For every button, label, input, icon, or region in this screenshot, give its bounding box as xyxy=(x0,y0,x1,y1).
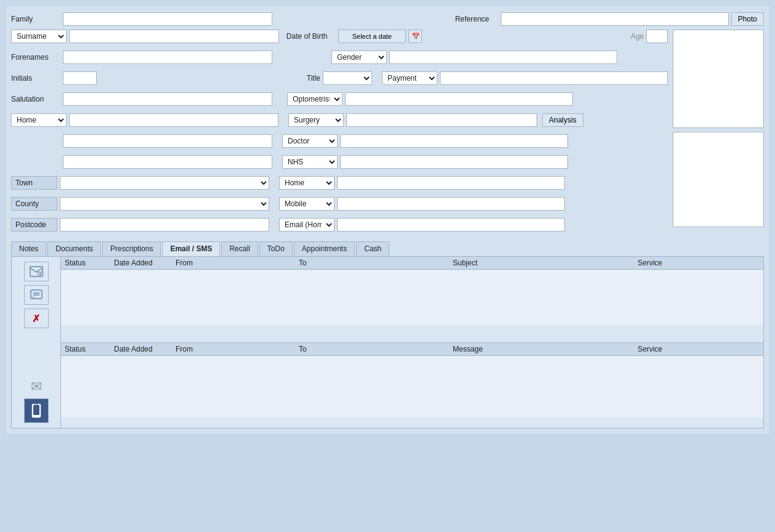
surname-select[interactable]: Surname Title Forename xyxy=(11,30,67,43)
optometrist-select[interactable]: Optometrist xyxy=(287,92,343,106)
tab-recall[interactable]: Recall xyxy=(221,241,258,256)
title-select[interactable]: Mr Mrs Miss Dr xyxy=(323,71,372,85)
tab-notes[interactable]: Notes xyxy=(11,241,46,256)
analysis-box xyxy=(673,132,764,227)
sms-header-status: Status xyxy=(65,345,114,353)
surname-input[interactable] xyxy=(69,30,279,43)
tab-prescriptions[interactable]: Prescriptions xyxy=(102,241,161,256)
compose-sms-btn[interactable] xyxy=(24,285,49,305)
tab-content: ✗ ✉ xyxy=(11,256,764,429)
address2-row: Doctor xyxy=(11,134,668,148)
email-header-status: Status xyxy=(65,259,114,267)
sms-section: Status Date Added From To Message Servic… xyxy=(61,343,763,429)
optometrist-detail-input[interactable] xyxy=(345,92,573,106)
date-select-btn[interactable]: Select a date xyxy=(338,30,406,43)
town-select[interactable] xyxy=(60,176,269,190)
sms-header-service: Service xyxy=(638,345,712,353)
forenames-input[interactable] xyxy=(63,50,272,64)
tab-email-sms[interactable]: Email / SMS xyxy=(162,241,220,256)
address3-input[interactable] xyxy=(63,155,272,169)
salutation-label: Salutation xyxy=(11,95,60,103)
tab-cash[interactable]: Cash xyxy=(356,241,389,256)
tab-appointments[interactable]: Appointments xyxy=(294,241,355,256)
nhs-detail-input[interactable] xyxy=(340,155,568,169)
svg-rect-11 xyxy=(34,405,38,405)
initials-label: Initials xyxy=(11,74,60,83)
family-input[interactable] xyxy=(63,12,272,26)
address2-input[interactable] xyxy=(63,134,272,148)
family-label: Family xyxy=(11,15,60,23)
county-label: County xyxy=(11,197,57,211)
svg-rect-4 xyxy=(31,290,42,299)
age-input[interactable] xyxy=(646,30,668,43)
mobile-select[interactable]: Mobile xyxy=(279,197,335,211)
payment-detail-input[interactable] xyxy=(440,71,668,85)
doctor-detail-input[interactable] xyxy=(340,134,568,148)
email-section: Status Date Added From To Subject Servic… xyxy=(61,257,763,343)
photo-box xyxy=(673,30,764,128)
email-header-service: Service xyxy=(638,259,712,267)
reference-input[interactable] xyxy=(501,12,729,26)
family-row: Family Reference Photo xyxy=(11,12,764,26)
surgery-select[interactable]: Surgery xyxy=(288,113,344,127)
tab-sidebar: ✗ ✉ xyxy=(12,257,61,428)
tabs-bar: Notes Documents Prescriptions Email / SM… xyxy=(11,241,764,256)
email-table-header: Status Date Added From To Subject Servic… xyxy=(61,257,763,270)
salutation-row: Salutation Optometrist xyxy=(11,92,668,106)
tab-todo[interactable]: ToDo xyxy=(259,241,293,256)
sms-header-message: Message xyxy=(453,345,638,353)
dob-label: Date of Birth xyxy=(286,32,336,41)
doctor-select[interactable]: Doctor xyxy=(282,134,338,148)
svg-rect-9 xyxy=(33,405,39,415)
address1-input[interactable] xyxy=(69,113,278,127)
sms-table-body xyxy=(61,356,763,417)
payment-select[interactable]: Payment xyxy=(382,71,437,85)
initials-row: Initials Title Mr Mrs Miss Dr Payment xyxy=(11,71,668,85)
title-label: Title xyxy=(307,74,320,83)
nhs-select[interactable]: NHS xyxy=(282,155,338,169)
town-label: Town xyxy=(11,176,57,190)
gender-detail-input[interactable] xyxy=(389,50,617,64)
forenames-row: Forenames Gender Male Female xyxy=(11,50,668,64)
delete-btn[interactable]: ✗ xyxy=(24,308,49,328)
salutation-input[interactable] xyxy=(63,92,272,106)
postcode-input[interactable] xyxy=(60,218,269,232)
postcode-label: Postcode xyxy=(11,218,57,232)
sms-header-to: To xyxy=(299,345,453,353)
email-header-subject: Subject xyxy=(453,259,638,267)
address1-row: Home Work Surgery Analysis xyxy=(11,113,668,127)
sms-header-from: From xyxy=(176,345,299,353)
calendar-btn[interactable]: 📅 xyxy=(408,30,422,43)
sms-header-date: Date Added xyxy=(114,345,176,353)
forenames-label: Forenames xyxy=(11,53,60,62)
email-icon[interactable]: ✉ xyxy=(31,379,42,395)
postcode-row: Postcode Email (Home) Email (Work) xyxy=(11,218,668,232)
mobile-input[interactable] xyxy=(337,197,565,211)
email-header-date: Date Added xyxy=(114,259,176,267)
surname-row: Surname Title Forename Date of Birth Sel… xyxy=(11,30,668,43)
town-row: Town Home Work Mobile xyxy=(11,176,668,190)
reference-label: Reference xyxy=(455,15,498,23)
tab-documents[interactable]: Documents xyxy=(47,241,101,256)
photo-button[interactable]: Photo xyxy=(731,12,764,26)
surgery-detail-input[interactable] xyxy=(346,113,537,127)
svg-point-10 xyxy=(35,416,36,417)
tab-main-content: Status Date Added From To Subject Servic… xyxy=(61,257,763,428)
county-row: County Mobile xyxy=(11,197,668,211)
compose-email-btn[interactable] xyxy=(24,262,49,281)
email-table-body xyxy=(61,270,763,325)
address-type-select[interactable]: Home Work xyxy=(11,113,67,127)
email-header-to: To xyxy=(299,259,453,267)
main-container: Family Reference Photo Surname Title For… xyxy=(0,0,775,532)
county-select[interactable] xyxy=(60,197,269,211)
gender-select[interactable]: Gender Male Female xyxy=(331,50,387,64)
home-phone-input[interactable] xyxy=(337,176,565,190)
age-label: Age xyxy=(631,32,644,41)
analysis-button[interactable]: Analysis xyxy=(542,113,583,127)
form-area: Family Reference Photo Surname Title For… xyxy=(6,6,769,433)
home-phone-select[interactable]: Home Work Mobile xyxy=(279,176,335,190)
sms-phone-btn[interactable] xyxy=(24,398,49,423)
email-select[interactable]: Email (Home) Email (Work) xyxy=(279,218,335,232)
initials-input[interactable] xyxy=(63,71,97,85)
email-input[interactable] xyxy=(337,218,565,232)
